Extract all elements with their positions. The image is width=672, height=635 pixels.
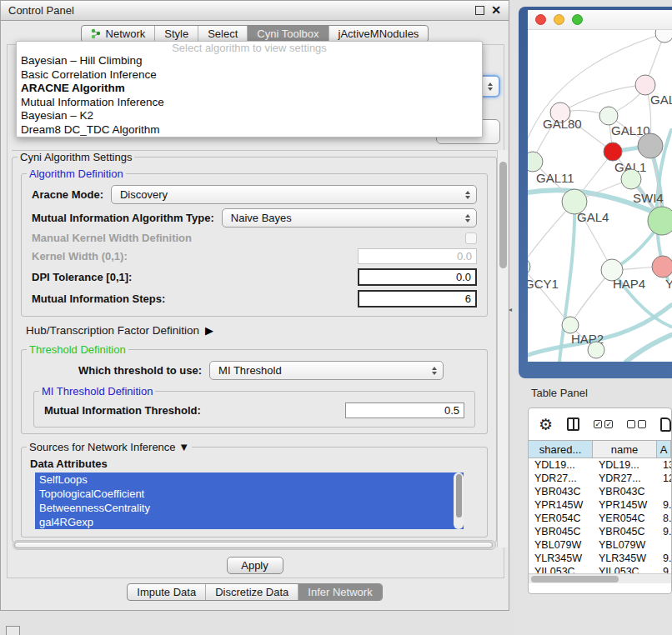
table-cell[interactable]: YIL053C [593,565,657,573]
table-horizontal-scrollbar[interactable] [529,573,671,583]
table-cell[interactable]: YBR045C [593,525,657,538]
tab-cyni-toolbox[interactable]: Cyni Toolbox [247,26,328,42]
table-row[interactable]: YBR045CYBR045C9. [529,525,671,538]
table-cell[interactable]: YBL079W [529,538,593,552]
table-cell[interactable]: YPR145W [529,498,593,512]
network-node[interactable] [648,207,672,235]
network-node[interactable] [562,317,579,333]
settings-hscrollbar-thumb[interactable] [14,542,493,548]
table-cell[interactable]: YDL19... [593,458,657,472]
column-header-name[interactable]: name [593,441,657,458]
attribute-list-item[interactable]: gal4RGexp [35,515,464,529]
dpi-tolerance-field[interactable] [358,268,477,286]
table-hscrollbar-thumb[interactable] [531,576,619,582]
table-cell[interactable]: YBR043C [593,485,657,498]
sources-expander[interactable]: Sources for Network Inference ▼ [27,441,192,453]
panel-divider-grip[interactable]: ◂ [509,306,514,314]
table-row[interactable]: YLR345WYLR345W9. [529,552,671,565]
table-cell[interactable]: YIL053C [529,565,593,573]
which-threshold-combobox[interactable]: MI Threshold [209,361,444,380]
mi-algorithm-type-combobox[interactable]: Naive Bayes [222,208,477,228]
kernel-width-field[interactable] [358,248,477,264]
table-cell[interactable]: YLR345W [529,552,593,565]
zoom-traffic-light[interactable] [572,14,583,25]
table-cell[interactable] [657,538,671,552]
deselect-all-icon[interactable] [627,420,646,428]
table-cell[interactable]: 12 [657,472,671,485]
tab-jactivemnodules[interactable]: jActiveMNodules [328,26,429,42]
gear-icon[interactable]: ⚙ [539,417,553,432]
float-window-icon[interactable] [475,6,484,15]
settings-scrollbar-thumb[interactable] [499,162,507,268]
table-row[interactable]: YIL053CYIL053C9 [529,565,671,573]
network-node[interactable] [652,256,672,278]
table-cell[interactable]: YDR27... [593,472,657,485]
table-cell[interactable]: 9. [657,525,671,538]
list-scrollbar-thumb[interactable] [456,474,462,518]
algorithm-option[interactable]: ARACNE Algorithm [17,82,482,96]
table-cell[interactable]: 13 [657,458,671,472]
network-node[interactable] [528,258,530,276]
export-table-icon[interactable] [660,418,671,432]
table-row[interactable]: YDR27...YDR27...12 [529,472,671,485]
table-row[interactable]: YPR145WYPR145W9. [529,498,671,512]
attribute-list-item[interactable]: TopologicalCoefficient [35,487,464,501]
algorithm-option[interactable]: Bayesian – K2 [17,109,482,123]
table-row[interactable]: YER054CYER054C8. [529,512,671,525]
table-row[interactable]: YBR043CYBR043C [529,485,671,498]
table-cell[interactable]: 9. [657,552,671,565]
table-row[interactable]: YDL19...YDL19...13 [529,458,671,472]
column-header-partial[interactable]: A [657,441,671,458]
algorithm-option[interactable]: Dream8 DC_TDC Algorithm [17,123,482,138]
table-cell[interactable]: YBR043C [529,485,593,498]
table-cell[interactable]: YBR045C [529,525,593,538]
network-node[interactable] [588,342,604,358]
settings-horizontal-scrollbar[interactable] [13,540,496,550]
tab-network[interactable]: Network [82,26,155,42]
data-attributes-list[interactable]: SelfLoopsTopologicalCoefficientBetweenne… [35,472,464,529]
table-cell[interactable]: 8. [657,512,671,525]
close-traffic-light[interactable] [535,14,546,25]
table-cell[interactable]: YER054C [593,512,657,525]
algorithm-option[interactable]: Mutual Information Inference [17,96,482,110]
table-cell[interactable]: YER054C [529,512,593,525]
attribute-list-item[interactable]: SelfLoops [35,472,464,487]
hub-transcription-factor-expander[interactable]: Hub/Transcription Factor Definition ▶ [26,324,483,337]
table-cell[interactable]: 9 [657,565,671,573]
tab-impute-data[interactable]: Impute Data [128,584,205,600]
manual-kernel-width-checkbox[interactable] [465,232,477,244]
select-all-icon[interactable]: ✓✓ [594,420,613,428]
tab-discretize-data[interactable]: Discretize Data [205,584,298,600]
network-node[interactable] [638,133,663,158]
network-canvas[interactable]: GALGAL80GAL10GAL1GAL11SWI4GAL4GCY1HAP4YH… [528,30,672,362]
split-view-icon[interactable] [567,418,579,431]
network-node[interactable] [599,107,618,125]
table-cell[interactable] [657,485,671,498]
column-header-shared-name[interactable]: shared... [529,441,593,458]
minimized-panel-icon[interactable] [6,626,20,635]
close-icon[interactable]: ✕ [491,6,501,15]
attribute-list-item[interactable]: BetweennessCentrality [35,501,464,515]
network-node[interactable] [621,169,641,189]
tab-infer-network[interactable]: Infer Network [298,584,381,600]
table-row[interactable]: YBL079WYBL079W [529,538,671,552]
network-node[interactable] [604,142,622,161]
tab-style[interactable]: Style [154,26,198,42]
aracne-mode-combobox[interactable]: Discovery [111,185,477,204]
table-cell[interactable]: YPR145W [593,498,657,512]
table-cell[interactable]: YLR345W [593,552,657,565]
mi-threshold-field[interactable] [345,402,464,418]
mi-steps-field[interactable] [358,290,477,308]
table-cell[interactable]: YDR27... [529,472,593,485]
tab-select[interactable]: Select [198,26,247,42]
apply-button[interactable]: Apply [227,557,283,574]
algorithm-option[interactable]: Basic Correlation Inference [17,68,482,82]
table-cell[interactable]: 9. [657,498,671,512]
table-cell[interactable]: YDL19... [529,458,593,472]
list-scrollbar[interactable] [454,472,464,529]
table-cell[interactable]: YBL079W [593,538,657,552]
minimize-traffic-light[interactable] [554,14,564,25]
network-node[interactable] [655,30,672,42]
settings-vertical-scrollbar[interactable] [497,150,508,548]
algorithm-option[interactable]: Bayesian – Hill Climbing [17,54,482,68]
